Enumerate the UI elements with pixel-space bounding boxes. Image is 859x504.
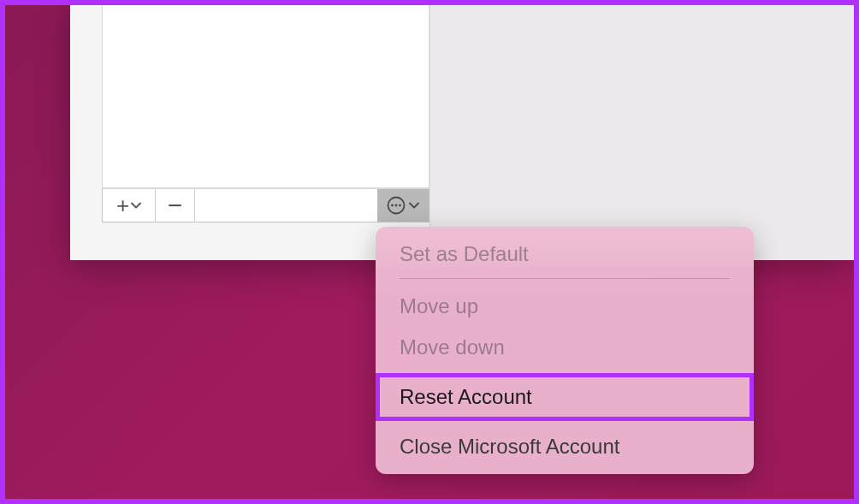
add-account-button[interactable]: + — [103, 189, 156, 222]
accounts-list-panel: + − — [70, 2, 430, 260]
chevron-down-icon — [409, 202, 419, 209]
menu-item-set-default: Set as Default — [376, 234, 754, 275]
menu-item-move-down: Move down — [376, 327, 754, 368]
remove-account-button[interactable]: − — [156, 189, 195, 222]
ellipsis-circle-icon — [387, 196, 406, 215]
menu-item-move-up: Move up — [376, 286, 754, 327]
menu-separator — [400, 278, 730, 279]
toolbar-spacer — [195, 189, 377, 222]
minus-icon: − — [168, 193, 183, 218]
menu-item-reset-account[interactable]: Reset Account — [376, 373, 754, 421]
options-button[interactable] — [377, 189, 429, 222]
svg-point-2 — [395, 205, 398, 207]
list-toolbar: + − — [102, 188, 430, 222]
options-dropdown-menu: Set as Default Move up Move down Reset A… — [376, 227, 754, 474]
plus-icon: + — [116, 194, 129, 216]
svg-point-1 — [391, 205, 394, 207]
accounts-list[interactable] — [102, 2, 430, 188]
chevron-down-icon — [131, 202, 141, 209]
svg-point-3 — [399, 205, 401, 207]
settings-window: + − — [70, 2, 854, 260]
menu-item-close-account[interactable]: Close Microsoft Account — [376, 426, 754, 467]
account-details-panel — [430, 2, 854, 260]
